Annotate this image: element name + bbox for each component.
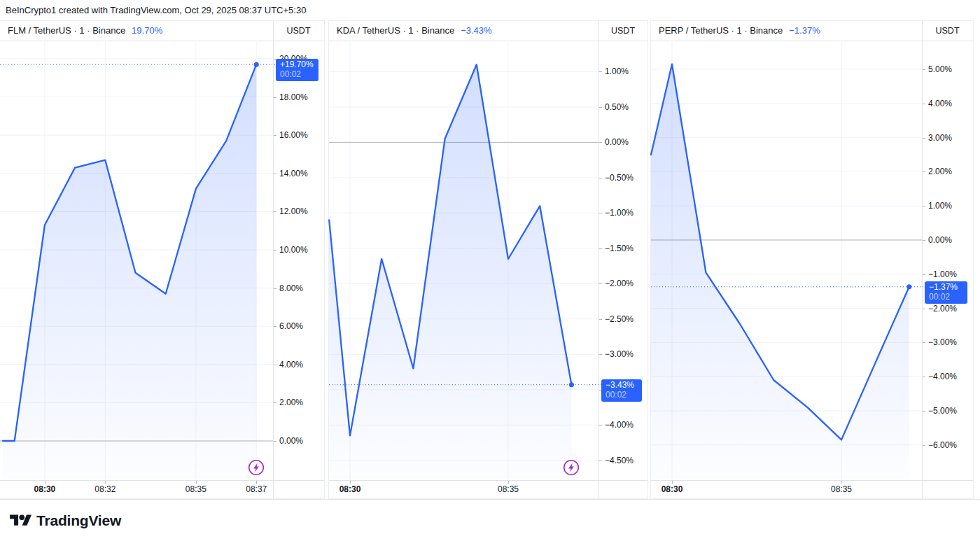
price-axis-label: 14.00% [279, 168, 308, 179]
time-axis-tick [841, 481, 842, 484]
time-axis-tick [672, 481, 673, 484]
price-axis-label: −2.50% [605, 314, 634, 325]
price-axis-tick [274, 174, 276, 174]
price-axis-tick [923, 240, 925, 241]
price-axis-separator [922, 21, 923, 498]
price-axis-label: −0.50% [605, 172, 634, 183]
change-percent-label: −3.43% [461, 25, 491, 36]
price-axis-tick [599, 248, 602, 249]
lightning-icon[interactable] [562, 458, 580, 477]
price-axis-tick [274, 441, 276, 442]
price-axis-tick [599, 461, 602, 461]
time-axis-tick [256, 481, 257, 484]
currency-label: USDT [598, 21, 648, 41]
price-axis-label: −1.00% [928, 269, 957, 280]
time-axis-label: 08:37 [235, 484, 277, 494]
price-axis-separator [598, 21, 599, 498]
price-axis-label: −1.50% [605, 243, 634, 254]
currency-label: USDT [922, 21, 973, 41]
price-axis-label: 10.00% [279, 244, 308, 255]
symbol-title-text: FLM / TetherUS · 1 · Binance [8, 25, 125, 36]
badge-change-value: +19.70% [280, 59, 314, 69]
price-axis-label: 4.00% [928, 98, 952, 109]
time-axis-label: 08:32 [84, 484, 126, 494]
area-chart-svg[interactable] [651, 41, 922, 480]
price-axis-tick [923, 138, 925, 139]
price-axis-label: 1.00% [605, 66, 629, 77]
pane-header: PERP / TetherUS · 1 · Binance−1.37%USDT [651, 21, 973, 41]
currency-label: USDT [273, 21, 324, 41]
badge-change-value: −3.43% [606, 380, 638, 390]
price-axis-label: 5.00% [928, 64, 952, 75]
time-axis-label: 08:30 [329, 484, 371, 494]
price-axis-tick [923, 274, 925, 275]
symbol-title-text: KDA / TetherUS · 1 · Binance [337, 25, 454, 36]
price-axis-tick [274, 211, 276, 212]
price-chart-plot[interactable] [0, 41, 273, 480]
lightning-icon[interactable] [247, 458, 265, 477]
symbol-title-text: PERP / TetherUS · 1 · Binance [659, 25, 783, 36]
price-axis-label: 6.00% [279, 321, 303, 332]
price-axis-tick [599, 354, 602, 355]
price-axis-tick [599, 178, 602, 178]
price-axis-label: 0.00% [279, 435, 303, 447]
price-chart-plot[interactable] [651, 41, 922, 480]
price-axis-tick [923, 69, 925, 70]
price-axis-tick [923, 377, 925, 377]
price-axis-tick [274, 97, 276, 98]
time-axis-tick [45, 481, 46, 484]
time-axis-tick [508, 481, 509, 484]
time-axis-label: 08:30 [651, 484, 693, 494]
time-axis: 08:3008:35 [329, 480, 648, 499]
price-axis-label: 0.00% [605, 136, 629, 148]
time-axis-label: 08:30 [24, 484, 66, 494]
price-axis-tick [274, 250, 276, 251]
price-axis-label: −2.00% [605, 278, 634, 289]
symbol-title: PERP / TetherUS · 1 · Binance−1.37% [659, 21, 820, 41]
price-axis-tick [599, 107, 602, 108]
area-chart-svg[interactable] [329, 41, 598, 480]
price-axis-tick [599, 283, 602, 284]
pane-header: KDA / TetherUS · 1 · Binance−3.43%USDT [329, 21, 648, 41]
last-price-badge: −1.37%00:02 [925, 281, 967, 304]
price-axis-separator [273, 21, 274, 498]
time-axis-tick [350, 481, 351, 484]
price-axis-tick [923, 342, 925, 343]
price-axis-label: −3.00% [605, 349, 634, 360]
price-axis-label: 0.50% [605, 101, 629, 113]
time-axis-tick [196, 481, 197, 484]
tradingview-snapshot: BeInCrypto1 created with TradingView.com… [0, 0, 980, 541]
price-axis-label: 3.00% [928, 132, 952, 143]
price-axis-label: 8.00% [279, 283, 303, 294]
chart-pane-perp: PERP / TetherUS · 1 · Binance−1.37%USDT5… [651, 21, 973, 498]
price-axis-tick [599, 142, 602, 143]
area-chart-svg[interactable] [0, 41, 273, 480]
price-axis-tick [599, 71, 602, 72]
price-axis-label: −3.00% [928, 337, 957, 348]
price-axis-label: 16.00% [279, 129, 308, 141]
charts-row: FLM / TetherUS · 1 · Binance19.70%USDT20… [0, 21, 980, 500]
badge-countdown-timer: 00:02 [929, 292, 963, 302]
price-axis-label: 12.00% [279, 206, 308, 217]
price-chart-plot[interactable] [329, 41, 598, 480]
time-axis-label: 08:35 [175, 484, 217, 494]
price-axis-label: −4.00% [605, 419, 634, 430]
badge-countdown-timer: 00:02 [606, 390, 638, 400]
price-axis-label: 4.00% [279, 359, 303, 370]
price-axis-label: 2.00% [279, 397, 303, 408]
price-axis-tick [923, 411, 925, 412]
price-axis-tick [274, 326, 276, 327]
chart-pane-flm: FLM / TetherUS · 1 · Binance19.70%USDT20… [0, 21, 324, 498]
last-price-badge: +19.70%00:02 [276, 59, 318, 81]
pane-header: FLM / TetherUS · 1 · Binance19.70%USDT [0, 21, 324, 41]
price-axis-label: −6.00% [928, 440, 957, 451]
change-percent-label: −1.37% [789, 25, 820, 36]
attribution-text: BeInCrypto1 created with TradingView.com… [0, 0, 980, 21]
price-axis-tick [923, 171, 925, 172]
price-axis-label: 1.00% [928, 200, 952, 211]
price-axis-tick [599, 213, 602, 213]
time-axis-label: 08:35 [820, 484, 862, 494]
price-axis-label: 2.00% [928, 166, 952, 177]
price-axis-tick [274, 288, 276, 289]
time-axis: 08:3008:35 [651, 480, 973, 499]
